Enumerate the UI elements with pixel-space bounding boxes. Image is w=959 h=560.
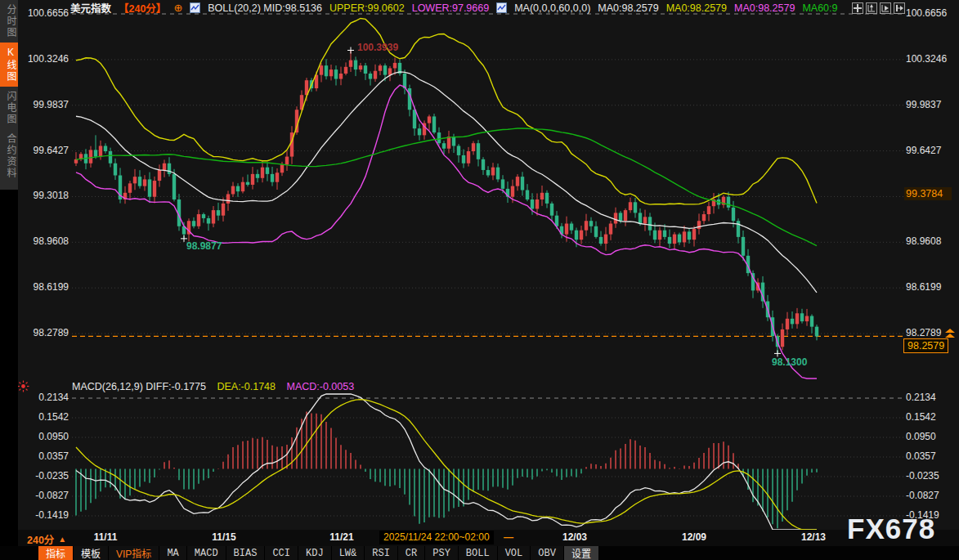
price-up-arrows-icon: [944, 327, 956, 342]
high-price-annotation: 100.3939: [357, 42, 398, 53]
axis-label: 0.1542: [16, 411, 69, 423]
toolbar-item-VOL[interactable]: VOL: [498, 546, 531, 560]
low-price-annotation-2: 98.1300: [772, 356, 807, 368]
ma-params-legend: MA(0,0,0,60,0,0): [514, 2, 590, 14]
sidebar-tab-1[interactable]: K线图: [0, 43, 18, 87]
toolbar-item-CR[interactable]: CR: [398, 546, 425, 560]
axis-label: 0.0950: [16, 431, 69, 442]
axis-label: 99.6427: [16, 145, 69, 156]
date-tick-11/15: 11/15: [190, 531, 258, 543]
interval-selector[interactable]: 240分 ▲: [27, 531, 66, 547]
toolbar-item-KDJ[interactable]: KDJ: [298, 546, 332, 560]
boll-indicator-icon[interactable]: [190, 2, 200, 13]
axis-label: 100.6656: [906, 7, 958, 19]
axis-label: 0.1542: [906, 411, 958, 423]
toolbar-item-设置[interactable]: 设置: [564, 546, 599, 560]
axis-label: 99.6427: [906, 145, 958, 156]
axis-label: -0.0235: [16, 470, 69, 482]
axis-label: 98.6199: [16, 281, 69, 293]
date-tick-11/21: 11/21: [307, 531, 376, 543]
macd-bar-legend: MACD:-0.0053: [287, 381, 355, 392]
last-price-badge: 98.2579: [903, 338, 948, 353]
toolbar-item-VIP指标[interactable]: VIP指标: [109, 546, 159, 560]
axis-label: 0.0357: [16, 450, 69, 462]
macd-legend: MACD(26,12,9) DIFF:-0.1775 DEA:-0.1748 M…: [72, 381, 362, 392]
axis-label: 0.0950: [906, 431, 958, 442]
chart-controls: [852, 2, 905, 14]
sidebar-tab-3[interactable]: 合约资料: [0, 129, 18, 183]
date-tick-11/11: 11/11: [71, 531, 140, 543]
pan-icon[interactable]: [852, 2, 863, 14]
toolbar-item-模板[interactable]: 模板: [74, 546, 109, 560]
macd-diff-legend: MACD(26,12,9) DIFF:-0.1775: [72, 381, 206, 392]
toolbar-item-BIAS[interactable]: BIAS: [226, 546, 266, 560]
chart-header: 美元指数 【240分】 ⊕ BOLL(20,2) MID:98.5136 UPP…: [70, 1, 837, 15]
alert-sun-icon[interactable]: [17, 380, 29, 396]
ma0-white-legend: MA0:98.2579: [598, 2, 658, 14]
interval-tag: 【240分】: [119, 0, 166, 16]
sidebar-tab-0[interactable]: 分时图: [0, 0, 18, 43]
date-tick-12/03: 12/03: [540, 531, 609, 543]
interval-label: 240分: [27, 531, 54, 547]
ma60-legend: MA60:9: [802, 2, 837, 14]
date-tick-12/13: 12/13: [779, 531, 848, 543]
axis-label: -0.0827: [906, 490, 958, 501]
zoom-vertical-icon[interactable]: [866, 2, 877, 14]
axis-label: 0.0357: [906, 450, 958, 462]
sidebar-tab-2[interactable]: 闪电图: [0, 87, 18, 129]
symbol-title: 美元指数: [70, 0, 111, 16]
toolbar-item-指标[interactable]: 指标: [38, 546, 74, 560]
sidebar: 分时图K线图闪电图合约资料: [0, 0, 18, 190]
toolbar-item-MA[interactable]: MA: [159, 546, 186, 560]
boll-upper-legend: UPPER:99.0602: [329, 2, 405, 14]
ma0-magenta-legend: MA0:98.2579: [734, 2, 795, 14]
axis-label: 99.3018: [16, 190, 69, 201]
axis-label: 100.3246: [16, 53, 69, 65]
boll-mid-legend: BOLL(20,2) MID:98.5136: [208, 2, 322, 14]
ma-indicator-icon[interactable]: [496, 2, 507, 13]
axis-label: 98.9608: [906, 235, 958, 247]
toolbar-item-RSI[interactable]: RSI: [365, 546, 398, 560]
toolbar-item-PSY[interactable]: PSY: [425, 546, 459, 560]
fx678-watermark: FX678: [847, 513, 935, 545]
ma0-yellow-legend: MA0:98.2579: [666, 2, 727, 14]
toolbar-item-MACD[interactable]: MACD: [187, 546, 226, 560]
sidebar-spacer: [0, 190, 18, 560]
toolbar-item-LW&[interactable]: LW&: [332, 546, 365, 560]
axis-label: 98.6199: [906, 281, 958, 293]
collapse-icon[interactable]: ⊕: [173, 2, 182, 14]
interval-arrow-icon: ▲: [58, 535, 66, 544]
toolbar-item-BOLL[interactable]: BOLL: [459, 546, 498, 560]
axis-label: -0.0827: [16, 490, 69, 501]
axis-label: 99.9837: [906, 99, 958, 110]
shift-right-icon[interactable]: [894, 2, 905, 14]
boll-lower-legend: LOWER:97.9669: [412, 2, 490, 14]
app-window: 分时图K线图闪电图合约资料 美元指数 【240分】 ⊕ BOLL(20,2) M…: [0, 0, 959, 560]
toolbar-item-CCI[interactable]: CCI: [265, 546, 298, 560]
axis-label: 0.2134: [906, 392, 958, 403]
axis-label: -0.0235: [906, 470, 958, 482]
low-price-annotation-1: 98.9877: [186, 240, 222, 252]
toolbar-item-OBV[interactable]: OBV: [531, 546, 564, 560]
chart-canvas[interactable]: [0, 0, 959, 560]
axis-label: 100.6656: [16, 7, 69, 19]
axis-label: 99.9837: [16, 99, 69, 110]
selected-bar-timestamp: 2025/11/24 22:00~02:00: [379, 531, 494, 544]
axis-label: -0.1419: [16, 509, 69, 521]
indicator-toolbar: 指标模板VIP指标MAMACDBIASCCIKDJLW&RSICRPSYBOLL…: [0, 546, 959, 560]
settlement-marker-badge: 99.3784: [904, 187, 952, 200]
axis-label: 100.3246: [906, 53, 958, 65]
zoom-horizontal-icon[interactable]: [880, 2, 891, 14]
axis-label: 98.9608: [16, 235, 69, 247]
axis-label: 98.2789: [16, 327, 69, 338]
macd-dea-legend: DEA:-0.1748: [217, 381, 276, 392]
timestamp-dash: —: [504, 531, 513, 544]
date-tick-12/09: 12/09: [660, 531, 728, 543]
